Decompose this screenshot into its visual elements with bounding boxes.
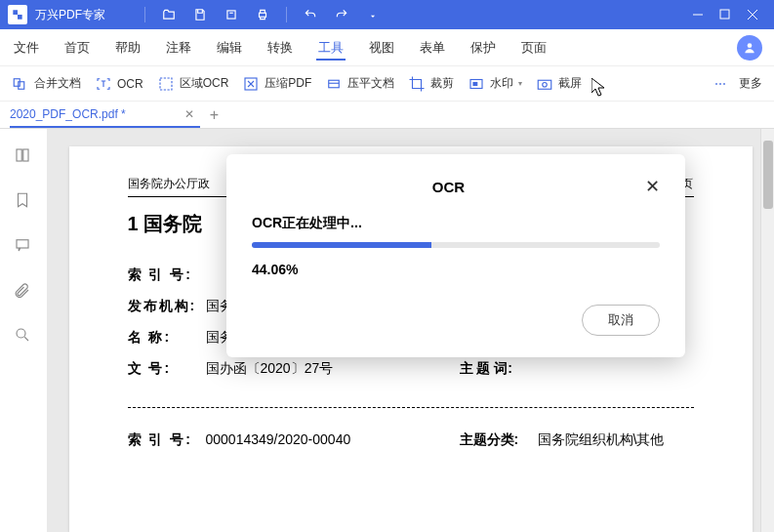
field-label: 主 题 词: <box>460 360 538 378</box>
field-label: 索 引 号: <box>128 266 206 284</box>
menu-help[interactable]: 帮助 <box>113 35 143 61</box>
svg-rect-0 <box>227 11 235 19</box>
print-icon[interactable] <box>255 7 270 22</box>
scrollbar-thumb[interactable] <box>763 141 773 209</box>
watermark-icon <box>468 75 485 93</box>
undo-icon[interactable] <box>303 7 318 22</box>
ocr-progress-dialog: OCR ✕ OCR正在处理中... 44.06% 取消 <box>226 154 685 357</box>
svg-rect-6 <box>160 78 172 90</box>
tools-toolbar: 合并文档 OCR 区域OCR 压缩PDF 压平文档 裁剪 水印▾ 截屏 ⋯ 更多 <box>0 66 774 102</box>
field-label: 主题分类: <box>460 431 538 449</box>
attachment-icon[interactable] <box>14 281 33 301</box>
qat-dropdown-icon[interactable] <box>365 7 381 22</box>
document-tab[interactable]: 2020_PDF_OCR.pdf * ✕ <box>10 102 200 128</box>
field-value: 国务院组织机构\其他 <box>538 431 665 449</box>
toolbar-more-button[interactable]: ⋯ 更多 <box>714 75 762 92</box>
flatten-button[interactable]: 压平文档 <box>325 75 394 93</box>
compress-label: 压缩PDF <box>265 75 311 92</box>
tab-close-icon[interactable]: ✕ <box>184 107 194 121</box>
open-icon[interactable] <box>161 7 177 22</box>
menu-protect[interactable]: 保护 <box>468 35 498 61</box>
bookmark-icon[interactable] <box>14 191 33 211</box>
merge-icon <box>12 75 29 93</box>
comments-icon[interactable] <box>14 236 33 256</box>
dialog-title: OCR <box>252 179 645 195</box>
minimize-button[interactable] <box>684 0 712 29</box>
screenshot-button[interactable]: 截屏 <box>536 75 582 93</box>
svg-rect-8 <box>329 80 340 88</box>
merge-label: 合并文档 <box>34 75 81 92</box>
field-label: 文 号: <box>128 360 206 378</box>
table-row: 文 号: 国办函〔2020〕27号 主 题 词: <box>128 360 694 378</box>
field-value: 国办函〔2020〕27号 <box>206 360 460 378</box>
crop-button[interactable]: 裁剪 <box>408 75 454 93</box>
menu-convert[interactable]: 转换 <box>265 35 295 61</box>
more-icon: ⋯ <box>714 77 726 91</box>
save-icon[interactable] <box>192 7 208 22</box>
menu-annotate[interactable]: 注释 <box>164 35 193 61</box>
vertical-scrollbar[interactable] <box>760 129 774 532</box>
maximize-button[interactable] <box>712 0 739 29</box>
menu-form[interactable]: 表单 <box>418 35 447 61</box>
svg-rect-1 <box>260 13 266 17</box>
divider <box>128 407 694 408</box>
crop-icon <box>408 75 426 93</box>
progress-percent: 44.06% <box>252 262 660 277</box>
area-ocr-button[interactable]: 区域OCR <box>157 75 229 93</box>
separator <box>286 7 287 22</box>
area-ocr-label: 区域OCR <box>180 75 229 92</box>
progress-fill <box>252 242 431 248</box>
menu-file[interactable]: 文件 <box>12 35 41 61</box>
svg-rect-14 <box>23 149 28 161</box>
title-bar: 万兴PDF专家 <box>0 0 774 29</box>
menu-view[interactable]: 视图 <box>367 35 396 61</box>
svg-rect-15 <box>17 240 28 248</box>
merge-button[interactable]: 合并文档 <box>12 75 81 93</box>
tab-title: 2020_PDF_OCR.pdf * <box>10 107 126 121</box>
flatten-icon <box>325 75 343 93</box>
watermark-label: 水印 <box>490 75 513 92</box>
watermark-button[interactable]: 水印▾ <box>468 75 522 93</box>
field-value: 000014349/2020-00040 <box>206 431 460 449</box>
add-tab-button[interactable]: + <box>210 106 219 124</box>
ocr-icon <box>95 75 112 93</box>
dropdown-icon: ▾ <box>518 79 522 88</box>
menu-edit[interactable]: 编辑 <box>215 35 244 61</box>
table-row: 索 引 号: 000014349/2020-00040 主题分类: 国务院组织机… <box>128 431 694 449</box>
separator <box>144 7 145 22</box>
svg-rect-11 <box>539 80 552 89</box>
svg-point-3 <box>748 43 753 48</box>
more-label: 更多 <box>739 75 762 92</box>
cancel-button[interactable]: 取消 <box>582 305 660 336</box>
menu-home[interactable]: 首页 <box>62 35 92 61</box>
ocr-label: OCR <box>117 77 143 91</box>
save-as-icon[interactable] <box>224 7 239 22</box>
thumbnails-icon[interactable] <box>14 146 33 166</box>
compress-button[interactable]: 压缩PDF <box>242 75 311 93</box>
ocr-button[interactable]: OCR <box>95 75 143 93</box>
document-tab-bar: 2020_PDF_OCR.pdf * ✕ + <box>0 102 774 129</box>
app-logo <box>8 5 27 24</box>
user-avatar[interactable] <box>737 35 762 61</box>
menu-tools[interactable]: 工具 <box>316 35 346 61</box>
app-title: 万兴PDF专家 <box>35 7 105 23</box>
field-label: 发布机构: <box>128 298 206 315</box>
flatten-label: 压平文档 <box>347 75 394 92</box>
progress-bar <box>252 242 660 248</box>
svg-rect-4 <box>14 78 20 86</box>
close-button[interactable] <box>739 0 766 29</box>
menu-page[interactable]: 页面 <box>519 35 549 61</box>
svg-rect-10 <box>473 82 477 85</box>
left-sidebar <box>0 129 47 532</box>
svg-rect-13 <box>17 149 21 161</box>
redo-icon[interactable] <box>334 7 349 22</box>
progress-status: OCR正在处理中... <box>252 215 660 232</box>
search-icon[interactable] <box>14 326 33 346</box>
dialog-close-icon[interactable]: ✕ <box>645 176 660 197</box>
camera-icon <box>536 75 553 93</box>
menu-bar: 文件 首页 帮助 注释 编辑 转换 工具 视图 表单 保护 页面 <box>0 29 774 66</box>
crop-label: 裁剪 <box>430 75 454 92</box>
svg-rect-2 <box>720 10 729 19</box>
field-label: 名 称: <box>128 329 206 347</box>
svg-point-12 <box>543 82 548 87</box>
